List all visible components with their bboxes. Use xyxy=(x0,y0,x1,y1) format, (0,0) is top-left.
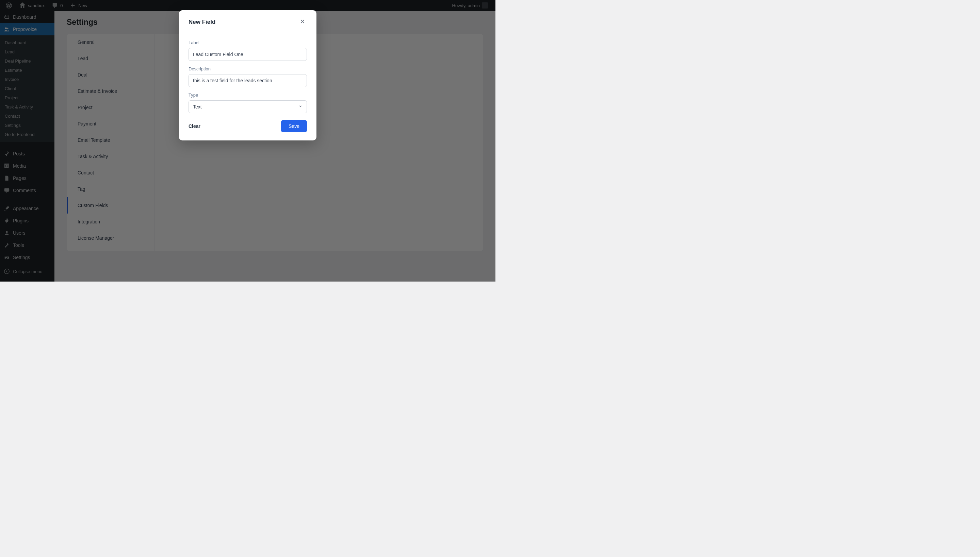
modal-body: Label Description Type Text C xyxy=(179,34,317,140)
field-label-group: Label xyxy=(188,40,307,61)
type-select-wrap: Text xyxy=(188,100,307,113)
field-description-group: Description xyxy=(188,66,307,87)
field-type-group: Type Text xyxy=(188,93,307,113)
modal-title: New Field xyxy=(188,19,216,26)
type-label: Type xyxy=(188,93,307,98)
modal-actions: Clear Save xyxy=(188,120,307,132)
type-select[interactable]: Text xyxy=(188,100,307,113)
new-field-modal: New Field Label Description Type Text xyxy=(179,10,317,140)
description-input[interactable] xyxy=(188,74,307,87)
save-button[interactable]: Save xyxy=(281,120,307,132)
label-label: Label xyxy=(188,40,307,45)
clear-button[interactable]: Clear xyxy=(188,124,201,129)
description-label: Description xyxy=(188,66,307,72)
modal-header: New Field xyxy=(179,10,317,34)
close-icon xyxy=(299,20,305,26)
label-input[interactable] xyxy=(188,48,307,61)
modal-overlay[interactable]: New Field Label Description Type Text xyxy=(0,0,495,282)
close-button[interactable] xyxy=(298,17,307,27)
